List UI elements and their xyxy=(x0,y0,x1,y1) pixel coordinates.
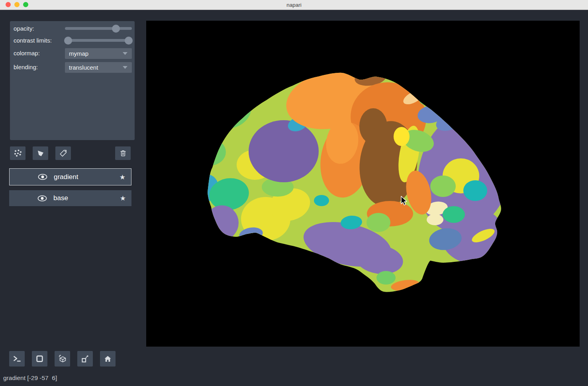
layer-name: gradient xyxy=(54,173,78,181)
eye-icon xyxy=(37,195,47,202)
console-icon xyxy=(13,355,22,363)
roll-dims-button[interactable] xyxy=(55,351,70,367)
shapes-icon xyxy=(37,149,45,157)
tag-icon xyxy=(59,149,67,157)
home-button[interactable] xyxy=(100,351,116,367)
blending-label: blending: xyxy=(14,63,38,71)
chevron-down-icon xyxy=(123,52,127,55)
opacity-label: opacity: xyxy=(14,25,34,33)
layer-controls-panel: opacity: contrast limits: colormap: myma… xyxy=(10,21,135,140)
trash-icon xyxy=(119,149,127,157)
window-title: napari xyxy=(286,2,302,8)
eye-icon xyxy=(37,174,48,180)
blending-select[interactable]: translucent xyxy=(65,62,132,73)
layer-buttons-row xyxy=(10,146,131,160)
visibility-toggle[interactable] xyxy=(37,174,48,180)
contrast-limits-label: contrast limits: xyxy=(14,37,52,45)
zoom-button[interactable] xyxy=(23,2,28,7)
brain-surface-render xyxy=(146,21,580,347)
console-button[interactable] xyxy=(9,351,25,367)
close-button[interactable] xyxy=(6,2,11,7)
contrast-high-handle[interactable] xyxy=(125,37,133,45)
contrast-limits-slider[interactable] xyxy=(65,39,132,42)
star-icon[interactable]: ★ xyxy=(120,174,125,180)
home-icon xyxy=(104,355,112,363)
contrast-low-handle[interactable] xyxy=(64,37,72,45)
viewer-buttons-row xyxy=(9,351,116,367)
layer-row-gradient[interactable]: gradient ★ xyxy=(9,168,131,185)
new-points-layer-button[interactable] xyxy=(10,146,25,160)
cube-icon xyxy=(58,355,67,363)
new-shapes-layer-button[interactable] xyxy=(33,146,48,160)
delete-layer-button[interactable] xyxy=(115,146,131,160)
opacity-slider-handle[interactable] xyxy=(112,25,120,33)
square-icon xyxy=(35,355,44,363)
layer-name: base xyxy=(53,194,68,202)
traffic-lights xyxy=(6,2,28,7)
opacity-slider[interactable] xyxy=(65,27,132,30)
status-text: gradient [-29 -57 6] xyxy=(3,374,57,382)
colormap-value: mymap xyxy=(69,50,88,57)
minimize-button[interactable] xyxy=(14,2,20,7)
visibility-toggle[interactable] xyxy=(37,195,47,202)
new-labels-layer-button[interactable] xyxy=(55,146,71,160)
titlebar: napari xyxy=(0,0,588,10)
transpose-dims-button[interactable] xyxy=(77,351,93,367)
square-arrow-icon xyxy=(81,355,90,363)
viewer-canvas[interactable] xyxy=(146,21,580,347)
ndisplay-button[interactable] xyxy=(32,351,47,367)
colormap-select[interactable]: mymap xyxy=(65,48,132,59)
colormap-label: colormap: xyxy=(14,49,40,57)
points-icon xyxy=(14,149,22,157)
star-icon[interactable]: ★ xyxy=(120,195,126,202)
chevron-down-icon xyxy=(123,66,127,69)
blending-value: translucent xyxy=(69,64,98,71)
layer-list: gradient ★ base ★ xyxy=(9,168,131,211)
layer-row-base[interactable]: base ★ xyxy=(9,190,131,206)
